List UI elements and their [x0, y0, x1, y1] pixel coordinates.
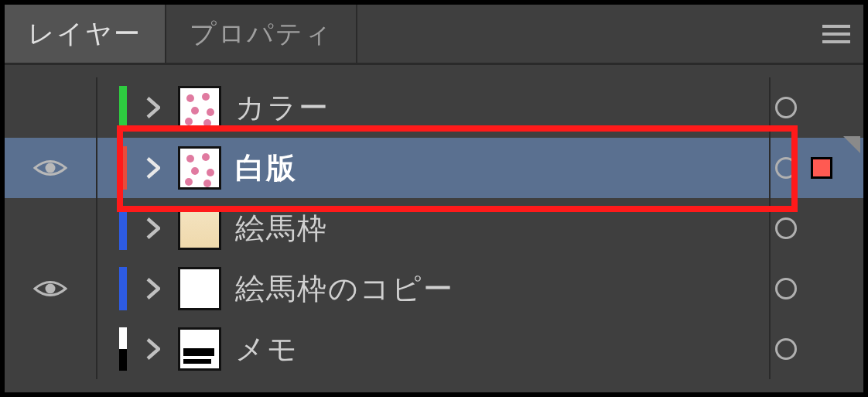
- expand-toggle[interactable]: [138, 97, 169, 118]
- layer-colorbar: [119, 267, 127, 310]
- layer-end-controls: [771, 97, 863, 118]
- layer-thumbnail[interactable]: [178, 207, 221, 250]
- layer-row[interactable]: 絵馬枠: [5, 198, 863, 258]
- expand-toggle[interactable]: [138, 217, 169, 239]
- target-ring-icon[interactable]: [775, 278, 797, 299]
- chevron-right-icon: [146, 338, 160, 360]
- layer-thumbnail[interactable]: [178, 267, 221, 310]
- chevron-right-icon: [146, 278, 160, 299]
- layer-list: カラー: [5, 65, 863, 379]
- layer-row[interactable]: 白版: [5, 138, 863, 198]
- separator: [96, 258, 97, 319]
- layer-thumbnail[interactable]: [178, 146, 221, 190]
- eye-icon: [33, 156, 67, 180]
- layer-name[interactable]: メモ: [235, 330, 769, 369]
- expand-toggle[interactable]: [138, 157, 169, 179]
- tab-layers-label: レイヤー: [28, 16, 142, 52]
- tabbar-spacer: [357, 5, 809, 63]
- visibility-toggle[interactable]: [5, 156, 96, 180]
- target-ring-icon[interactable]: [775, 338, 797, 360]
- layer-colorbar: [119, 207, 127, 250]
- layer-end-controls: [771, 338, 863, 360]
- hamburger-icon: [822, 25, 850, 43]
- separator: [96, 319, 97, 379]
- layer-thumbnail[interactable]: [178, 327, 221, 371]
- separator: [96, 138, 97, 198]
- tab-bar: レイヤー プロパティ: [5, 5, 863, 65]
- tab-properties-label: プロパティ: [190, 16, 333, 52]
- chevron-right-icon: [146, 97, 160, 118]
- layers-panel: レイヤー プロパティ: [5, 5, 863, 392]
- target-ring-icon[interactable]: [775, 97, 797, 118]
- chevron-right-icon: [146, 217, 160, 239]
- layer-thumbnail[interactable]: [178, 86, 221, 129]
- panel-menu-button[interactable]: [809, 5, 863, 63]
- layer-name[interactable]: 白版: [235, 149, 769, 188]
- window-frame: レイヤー プロパティ: [0, 0, 868, 397]
- layer-colorbar: [119, 86, 127, 129]
- separator: [96, 77, 97, 138]
- layer-name[interactable]: カラー: [235, 88, 769, 128]
- layer-end-controls: [771, 217, 863, 239]
- expand-toggle[interactable]: [138, 278, 169, 299]
- target-ring-icon[interactable]: [775, 157, 797, 179]
- layer-name[interactable]: 絵馬枠: [235, 209, 769, 248]
- expand-toggle[interactable]: [138, 338, 169, 360]
- layer-name[interactable]: 絵馬枠のコピー: [235, 269, 769, 309]
- tab-properties[interactable]: プロパティ: [166, 5, 357, 63]
- svg-point-0: [46, 163, 56, 173]
- visibility-toggle[interactable]: [5, 277, 96, 300]
- chevron-right-icon: [146, 157, 160, 179]
- separator: [96, 198, 97, 258]
- layer-row[interactable]: カラー: [5, 77, 863, 138]
- layer-end-controls: [771, 278, 863, 299]
- layer-row[interactable]: 絵馬枠のコピー: [5, 258, 863, 319]
- tab-layers[interactable]: レイヤー: [5, 5, 166, 63]
- eye-icon: [33, 277, 67, 300]
- svg-point-1: [46, 284, 56, 294]
- layer-row[interactable]: メモ: [5, 319, 863, 379]
- target-ring-icon[interactable]: [775, 217, 797, 239]
- layer-color-swatch[interactable]: [811, 157, 832, 179]
- layer-colorbar: [119, 146, 127, 190]
- layer-end-controls: [771, 157, 863, 179]
- layer-colorbar: [119, 327, 127, 371]
